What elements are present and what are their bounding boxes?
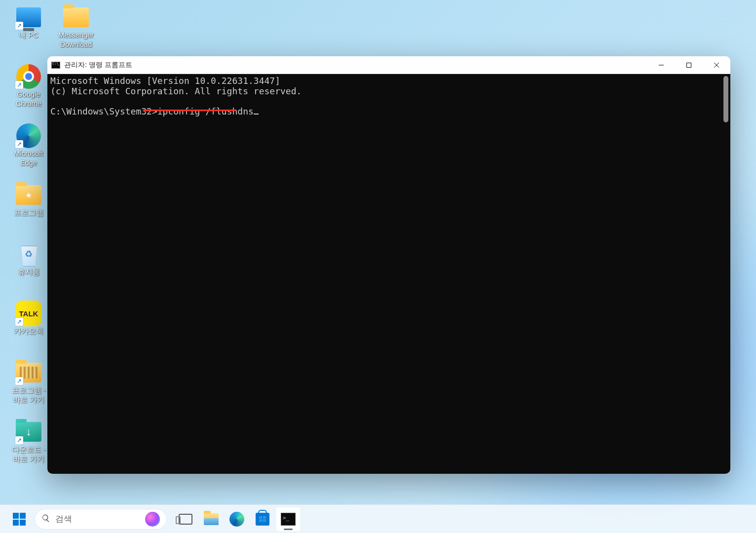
window-title: 관리자: 명령 프롬프트 — [64, 61, 647, 70]
cmd-icon — [281, 513, 296, 526]
desktop-icon-chrome[interactable]: ↗ Google Chrome — [6, 63, 51, 122]
desktop-icon-kakaotalk[interactable]: TALK↗ 카카오톡 — [6, 300, 51, 359]
taskbar-item-file-explorer[interactable] — [199, 507, 223, 531]
file-explorer-icon — [204, 513, 219, 525]
store-icon — [256, 513, 269, 526]
icon-label: 프로그램 - 바로 가기 — [12, 386, 46, 405]
shortcut-arrow-icon: ↗ — [15, 318, 23, 326]
desktop-icon-recycle-bin[interactable]: 휴지통 — [6, 241, 51, 300]
icon-label: Messenger Download — [58, 31, 94, 49]
taskbar-search[interactable]: 검색 — [35, 509, 167, 530]
folder-icon — [16, 185, 41, 205]
terminal-line: (c) Microsoft Corporation. All rights re… — [50, 86, 302, 96]
command-prompt-window: 관리자: 명령 프롬프트 Microsoft Windows [Version … — [47, 56, 730, 474]
icon-label: 휴지통 — [18, 267, 40, 277]
terminal-prompt: C:\Windows\System32> — [50, 106, 157, 116]
taskbar-item-store[interactable] — [251, 507, 274, 531]
shortcut-arrow-icon: ↗ — [15, 81, 23, 89]
svg-rect-0 — [659, 65, 664, 65]
terminal-line: Microsoft Windows [Version 10.0.22631.34… — [50, 76, 280, 86]
search-icon — [41, 514, 50, 525]
desktop[interactable]: ↗ 내 PC ↗ Google Chrome ↗ Microsoft Edge … — [0, 0, 756, 533]
desktop-icon-my-pc[interactable]: ↗ 내 PC — [6, 4, 51, 63]
search-placeholder: 검색 — [55, 513, 145, 525]
maximize-icon — [686, 62, 692, 68]
close-button[interactable] — [703, 56, 730, 74]
recycle-bin-icon — [18, 242, 39, 266]
minimize-button[interactable] — [647, 56, 675, 74]
icon-label: Google Chrome — [16, 90, 41, 109]
taskbar-item-task-view[interactable] — [174, 507, 197, 531]
taskbar-item-edge[interactable] — [225, 507, 249, 531]
task-view-icon — [179, 514, 192, 525]
icon-label: 다운로드 - 바로 가기 — [12, 445, 46, 464]
icon-label: 카카오톡 — [14, 327, 43, 336]
shortcut-arrow-icon: ↗ — [15, 436, 23, 444]
desktop-icon-messenger-download[interactable]: Messenger Download — [53, 4, 99, 63]
scrollbar[interactable] — [722, 75, 729, 465]
shortcut-arrow-icon: ↗ — [15, 140, 23, 148]
svg-rect-1 — [687, 63, 691, 67]
scrollbar-thumb[interactable] — [723, 76, 728, 122]
window-titlebar[interactable]: 관리자: 명령 프롬프트 — [47, 56, 730, 74]
icon-label: 프로그램 — [14, 208, 43, 218]
folder-icon — [63, 7, 89, 27]
close-icon — [714, 62, 719, 68]
terminal-cursor — [254, 114, 259, 114]
icon-label: 내 PC — [19, 31, 38, 40]
shortcut-arrow-icon: ↗ — [15, 22, 23, 30]
cmd-title-icon — [51, 62, 60, 69]
windows-logo-icon — [13, 513, 26, 526]
shortcut-arrow-icon: ↗ — [15, 377, 23, 385]
edge-icon — [229, 512, 244, 527]
annotation-underline — [143, 110, 236, 111]
minimize-icon — [658, 62, 664, 68]
taskbar: 검색 — [0, 504, 756, 533]
desktop-icon-edge[interactable]: ↗ Microsoft Edge — [6, 122, 51, 182]
desktop-icon-programs-shortcut[interactable]: ↗ 프로그램 - 바로 가기 — [6, 359, 51, 419]
icon-label: Microsoft Edge — [14, 149, 43, 168]
desktop-icon-downloads-shortcut[interactable]: ↗ 다운로드 - 바로 가기 — [6, 419, 51, 478]
terminal-output[interactable]: Microsoft Windows [Version 10.0.22631.34… — [47, 74, 730, 474]
terminal-command: ipconfig /flushdns — [157, 106, 254, 116]
desktop-icon-programs[interactable]: 프로그램 — [6, 182, 51, 241]
maximize-button[interactable] — [675, 56, 703, 74]
taskbar-item-command-prompt[interactable] — [276, 507, 300, 531]
search-highlight-icon — [145, 512, 160, 527]
start-button[interactable] — [9, 509, 30, 530]
